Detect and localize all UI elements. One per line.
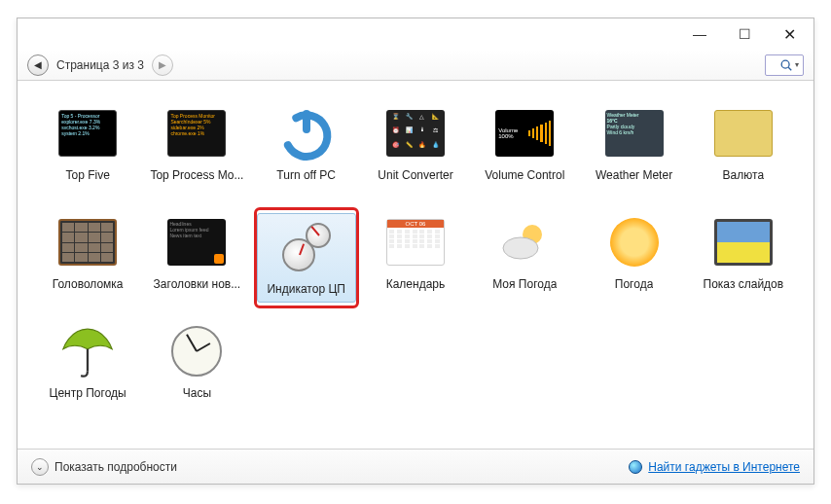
gadget-label: Центр Погоды <box>50 386 126 400</box>
gadget-top-process-monitor[interactable]: Top Process MonitorSearchIndexer 5%sideb… <box>144 98 249 199</box>
gadget-label: Заголовки нов... <box>154 277 241 291</box>
puzzle-icon <box>56 213 119 271</box>
gadget-unit-converter[interactable]: ⌛🔧△📐⏰📊🌡⚖🎯📏🔥💧 Unit Converter <box>363 98 468 199</box>
gadget-grid-area: Top 5 - Processorexplorer.exe 7.3%svchos… <box>18 81 813 449</box>
gadget-label: Календарь <box>386 277 446 291</box>
search-dropdown-icon[interactable]: ▾ <box>795 60 799 69</box>
unit-converter-icon: ⌛🔧△📐⏰📊🌡⚖🎯📏🔥💧 <box>384 104 447 162</box>
gadget-label: Часы <box>183 386 211 400</box>
footer-bar: ⌄ Показать подробности Найти гаджеты в И… <box>18 449 813 484</box>
show-details-toggle[interactable]: ⌄ Показать подробности <box>31 458 177 476</box>
top-process-monitor-icon: Top Process MonitorSearchIndexer 5%sideb… <box>165 104 228 162</box>
gadget-label: Валюта <box>723 168 764 182</box>
search-box[interactable]: ▾ <box>765 54 804 76</box>
gadget-label: Unit Converter <box>378 168 452 182</box>
umbrella-icon <box>56 322 119 380</box>
gadget-gallery-window: — ☐ ✕ ◀ Страница 3 из 3 ▶ ▾ Top 5 - Proc… <box>17 18 814 485</box>
gadget-weather-meter[interactable]: Weather Meter16°CPartly cloudyWind 6 km/… <box>581 98 686 199</box>
nav-back-button[interactable]: ◀ <box>27 54 49 76</box>
gadget-label: Top Five <box>65 168 109 182</box>
slideshow-icon <box>712 213 775 271</box>
gadget-volume-control[interactable]: Volume 100% Volume Control <box>472 98 577 199</box>
gadget-label: Моя Погода <box>492 277 557 291</box>
gadget-my-weather[interactable]: Моя Погода <box>472 207 577 308</box>
maximize-button[interactable]: ☐ <box>722 19 767 49</box>
gadget-turn-off-pc[interactable]: Turn off PC <box>254 98 359 199</box>
rss-icon: HeadlinesLorem ipsum feedNews item text <box>165 213 228 271</box>
gadget-label: Индикатор ЦП <box>267 282 344 296</box>
svg-point-0 <box>781 60 789 68</box>
gadget-label: Volume Control <box>485 168 564 182</box>
gadget-cpu-indicator[interactable]: Индикатор ЦП <box>254 207 359 308</box>
find-gadgets-online-link[interactable]: Найти гаджеты в Интернете <box>629 460 800 474</box>
globe-icon <box>629 460 642 474</box>
currency-icon <box>712 104 775 162</box>
svg-point-5 <box>503 237 538 259</box>
close-button[interactable]: ✕ <box>767 19 812 49</box>
titlebar: — ☐ ✕ <box>18 18 813 50</box>
gadget-label: Turn off PC <box>276 168 336 182</box>
cpu-gauge-icon <box>275 218 338 276</box>
clock-icon <box>165 322 228 380</box>
weather-cloud-sun-icon <box>493 213 556 271</box>
gadget-weather[interactable]: Погода <box>581 207 686 308</box>
weather-meter-icon: Weather Meter16°CPartly cloudyWind 6 km/… <box>603 104 666 162</box>
power-icon <box>275 104 338 162</box>
gadget-label: Погода <box>615 277 654 291</box>
navigation-bar: ◀ Страница 3 из 3 ▶ ▾ <box>18 50 813 81</box>
gadget-label: Weather Meter <box>596 168 672 182</box>
gadget-news-headlines[interactable]: HeadlinesLorem ipsum feedNews item text … <box>144 207 249 308</box>
gadget-slideshow[interactable]: Показ слайдов <box>691 207 796 308</box>
gadget-label: Показ слайдов <box>704 277 784 291</box>
gadget-top-five[interactable]: Top 5 - Processorexplorer.exe 7.3%svchos… <box>35 98 140 199</box>
gadget-label: Головоломка <box>53 277 124 291</box>
volume-control-icon: Volume 100% <box>493 104 556 162</box>
gadget-puzzle[interactable]: Головоломка <box>35 207 140 308</box>
nav-forward-button[interactable]: ▶ <box>152 54 173 76</box>
gadget-weather-center[interactable]: Центр Погоды <box>35 316 140 417</box>
svg-line-1 <box>788 67 791 70</box>
svg-rect-3 <box>303 110 310 133</box>
gadget-calendar[interactable]: OCT 06 Календарь <box>363 207 468 308</box>
gadget-currency[interactable]: Валюта <box>691 98 796 199</box>
top-five-icon: Top 5 - Processorexplorer.exe 7.3%svchos… <box>56 104 119 162</box>
calendar-icon: OCT 06 <box>384 213 447 271</box>
chevron-down-icon: ⌄ <box>31 458 49 476</box>
gadget-clock[interactable]: Часы <box>144 316 249 417</box>
minimize-button[interactable]: — <box>677 19 722 49</box>
sun-icon <box>603 213 666 271</box>
details-label: Показать подробности <box>54 460 177 474</box>
search-icon <box>779 58 793 72</box>
page-indicator: Страница 3 из 3 <box>56 58 144 72</box>
gadget-label: Top Process Mo... <box>150 168 243 182</box>
online-link-label: Найти гаджеты в Интернете <box>648 460 800 474</box>
